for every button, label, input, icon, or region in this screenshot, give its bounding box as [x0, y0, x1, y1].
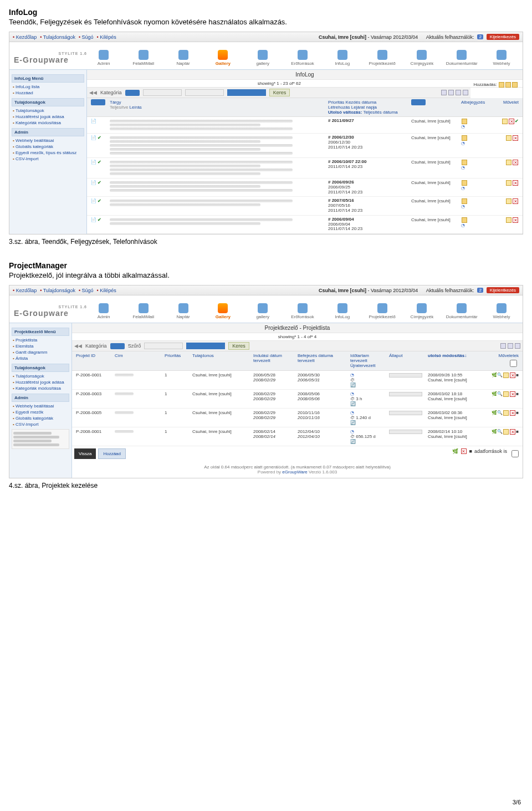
project-row[interactable]: P-2008-0003 1 Csuhai, Imre [csuhi] 2008/… — [72, 390, 523, 409]
search-input[interactable] — [186, 343, 225, 349]
delete-selected-icon[interactable]: ✕ — [461, 448, 467, 454]
infolog-row[interactable]: 📄 # 2011/09/27 Csuhai, Imre [csuhi] ◔ ✕✔ — [87, 117, 523, 134]
app-launcher-címjegyzék[interactable]: Címjegyzék — [405, 303, 438, 319]
stop-icon[interactable]: ■ — [469, 448, 472, 459]
sidebar-item[interactable]: InfoLog lista — [12, 84, 84, 90]
view-icon[interactable]: 🔍 — [497, 373, 503, 378]
topnav-link[interactable]: Kilépés — [97, 288, 116, 293]
app-launcher-gallery[interactable]: gallery — [246, 50, 279, 66]
infolog-row[interactable]: 📄 ✔ # 2006/10/07 22:002011/07/14 20:23 C… — [87, 158, 523, 178]
sidebar-item[interactable]: Kategóriák módosítása — [12, 385, 69, 391]
sidebar-item[interactable]: Kategóriák módosítása — [12, 120, 84, 126]
add-button[interactable]: Hozzáad — [98, 448, 126, 459]
topnav-link[interactable]: Kezdőlap — [13, 34, 37, 40]
sidebar-item[interactable]: Webhely beállításai — [12, 403, 69, 409]
edit-icon[interactable] — [503, 429, 509, 435]
tool-icon[interactable] — [463, 90, 468, 95]
sidebar-item[interactable]: Hozzáférési jogok adása — [12, 379, 69, 385]
sidebar-item[interactable]: Árlista — [12, 355, 69, 361]
sidebar-item[interactable]: Globális kategóriák — [12, 415, 69, 421]
filter-select[interactable] — [144, 343, 183, 349]
stop-icon[interactable]: ■ — [516, 410, 519, 415]
sidebar-item[interactable]: Tulajdonságok — [12, 108, 84, 114]
stop-icon[interactable]: ■ — [516, 373, 519, 378]
app-launcher-admin[interactable]: Admin — [87, 303, 120, 319]
app-launcher-projektkezelő[interactable]: Projektkezelő — [366, 303, 399, 319]
delete-icon[interactable]: ✕ — [513, 135, 518, 141]
category-select[interactable] — [125, 90, 140, 96]
topnav-link[interactable]: Kezdőlap — [13, 288, 37, 293]
app-launcher-gallery[interactable]: gallery — [246, 303, 279, 319]
edit-icon[interactable] — [503, 410, 509, 416]
topnav-link[interactable]: Súgó — [79, 288, 94, 293]
delete-icon[interactable]: ✕ — [510, 373, 515, 378]
filter2-select[interactable] — [185, 89, 224, 96]
owner-select[interactable] — [411, 99, 426, 105]
app-launcher-projektkezelő[interactable]: Projektkezelő — [366, 50, 399, 66]
topnav-link[interactable]: Tulajdonságok — [40, 34, 75, 40]
stop-icon[interactable]: ■ — [516, 391, 519, 396]
delete-icon[interactable]: ✕ — [510, 429, 515, 435]
project-row[interactable]: P-2008-0001 1 Csuhai, Imre [csuhi] 2008/… — [72, 427, 523, 446]
sidebar-item[interactable]: CSV-Import — [12, 156, 84, 162]
tool-icon[interactable] — [441, 90, 447, 95]
app-launcher-webhely[interactable]: Webhely — [485, 303, 518, 319]
sidebar-item[interactable]: Elemlista — [12, 343, 69, 349]
app-launcher-naptár[interactable]: Naptár — [167, 50, 200, 66]
app-launcher-erőforrások[interactable]: Erőforrások — [286, 50, 319, 66]
tree-icon[interactable]: 🌿 — [492, 410, 497, 415]
app-launcher-erőforrások[interactable]: Erőforrások — [286, 303, 319, 319]
app-launcher-felamimail[interactable]: FelaMiMail — [127, 303, 160, 319]
edit-icon[interactable] — [503, 373, 509, 378]
add-note-icon[interactable] — [512, 82, 518, 88]
edit-icon[interactable] — [506, 198, 511, 204]
clock-icon[interactable]: ◔ — [461, 141, 465, 146]
search-button[interactable]: Keres — [228, 342, 249, 350]
sub-entry-icon[interactable] — [462, 119, 467, 124]
clock-icon[interactable]: ◔ — [461, 186, 465, 191]
delete-icon[interactable]: ✕ — [513, 198, 518, 204]
topnav-link[interactable]: Tulajdonságok — [40, 288, 75, 293]
powered-by-link[interactable]: eGroupWare — [282, 470, 308, 475]
tree-icon[interactable]: 🌿 — [492, 429, 497, 434]
topnav-link[interactable]: Kilépés — [97, 34, 116, 40]
sub-entry-icon[interactable] — [462, 217, 467, 223]
sidebar-project-tree[interactable] — [12, 429, 69, 449]
type-select[interactable] — [91, 99, 105, 105]
sidebar-item[interactable]: Gantt diagramm — [12, 349, 69, 355]
app-launcher-dokumentumtár[interactable]: Dokumentumtár — [445, 50, 478, 66]
delete-icon[interactable]: ✕ — [510, 391, 515, 397]
app-launcher-címjegyzék[interactable]: Címjegyzék — [405, 50, 438, 66]
search-input[interactable] — [227, 89, 266, 96]
edit-icon[interactable] — [506, 217, 511, 223]
sidebar-item[interactable]: Egyedi mezők, típus és státusz — [12, 150, 84, 156]
sub-entry-icon[interactable] — [462, 198, 467, 204]
tree-icon[interactable]: 🌿 — [492, 391, 497, 396]
sidebar-item[interactable]: Hozzáad — [12, 90, 84, 96]
app-launcher-naptár[interactable]: Naptár — [167, 303, 200, 319]
search-button[interactable]: Keres — [269, 89, 290, 96]
sub-entry-icon[interactable] — [462, 135, 467, 141]
sidebar-item[interactable]: Hozzáférési jogok adása — [12, 114, 84, 120]
app-launcher-webhely[interactable]: Webhely — [485, 50, 518, 66]
filter-select[interactable] — [143, 89, 182, 96]
tool-icon[interactable] — [508, 343, 513, 349]
edit-icon[interactable] — [506, 160, 511, 165]
delete-icon[interactable]: ✕ — [513, 160, 518, 165]
clock-icon[interactable]: ◔ — [461, 204, 465, 209]
clock-icon[interactable]: ◔ — [461, 124, 465, 129]
tool-icon[interactable] — [515, 343, 520, 349]
sources-checkbox[interactable] — [511, 450, 519, 457]
view-icon[interactable]: 🔍 — [497, 429, 503, 434]
sub-entry-icon[interactable] — [462, 180, 467, 186]
topnav-link[interactable]: Súgó — [79, 34, 94, 40]
infolog-row[interactable]: 📄 ✔ # 2006/12/302006/12/302011/07/14 20:… — [87, 134, 523, 158]
check-icon[interactable]: ✔ — [515, 119, 519, 124]
app-launcher-felamimail[interactable]: FelaMiMail — [127, 50, 160, 66]
tool-icon[interactable] — [456, 90, 461, 95]
edit-icon[interactable] — [506, 180, 511, 186]
logout-button[interactable]: Kijelentkezés — [487, 34, 519, 40]
category-select[interactable] — [110, 343, 125, 349]
app-launcher-admin[interactable]: Admin — [87, 50, 120, 66]
infolog-row[interactable]: 📄 ✔ # 2006/09/262006/09/252011/07/14 20:… — [87, 178, 523, 197]
